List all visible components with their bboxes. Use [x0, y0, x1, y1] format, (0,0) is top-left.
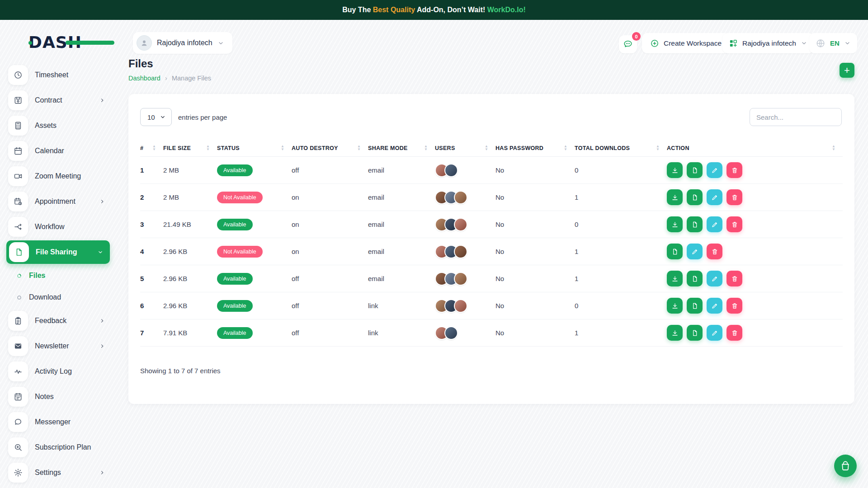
cell-auto-destroy: off — [292, 166, 368, 174]
file-copy-button[interactable] — [687, 189, 703, 205]
sidebar-item-feedback[interactable]: Feedback — [0, 308, 116, 333]
cell-action — [667, 216, 843, 232]
sidebar-item-label: Timesheet — [35, 71, 68, 79]
sidebar-item-contract[interactable]: Contract — [0, 88, 116, 113]
sidebar-item-newsletter[interactable]: Newsletter — [0, 333, 116, 359]
cell-status: Not Available — [217, 246, 292, 258]
edit-button[interactable] — [707, 298, 722, 314]
table-row: 62.96 KBAvailableofflinkNo0 — [140, 292, 843, 319]
file-copy-button[interactable] — [687, 271, 703, 286]
sidebar-item-label: Feedback — [35, 317, 66, 325]
delete-button[interactable] — [726, 216, 742, 232]
download-button[interactable] — [667, 216, 683, 232]
sidebar-item-notes[interactable]: Notes — [0, 384, 116, 409]
cell-status: Available — [217, 273, 292, 285]
edit-button[interactable] — [707, 216, 722, 232]
edit-button[interactable] — [707, 271, 722, 286]
column-header-status[interactable]: STATUS▲▼ — [217, 145, 292, 151]
workspace-menu[interactable]: Rajodiya infotech — [722, 33, 814, 53]
sidebar-item-zoom-meeting[interactable]: Zoom Meeting — [0, 164, 116, 189]
cell-action — [667, 244, 843, 259]
column-header-total-downlods[interactable]: TOTAL DOWNLODS▲▼ — [575, 145, 667, 151]
download-button[interactable] — [667, 162, 683, 178]
messages-button[interactable]: 0 — [619, 35, 637, 53]
banner-text-segment: Add-On, Don’t Wait! — [415, 6, 487, 14]
sidebar-nav: TimesheetContractAssetsCalendarZoom Meet… — [0, 62, 116, 485]
notes-icon — [8, 387, 28, 407]
delete-button[interactable] — [726, 271, 742, 286]
sort-icon: ▲▼ — [424, 145, 428, 151]
chevron-right-icon — [99, 343, 105, 349]
cell-has-password: No — [495, 329, 575, 337]
entries-per-page-select[interactable]: 10 — [140, 108, 172, 126]
file-copy-button[interactable] — [687, 162, 703, 178]
sidebar-item-calendar[interactable]: Calendar — [0, 138, 116, 164]
column-header-has-password[interactable]: HAS PASSWORD▲▼ — [495, 145, 575, 151]
sidebar-item-timesheet[interactable]: Timesheet — [0, 62, 116, 88]
gear-icon — [8, 463, 28, 483]
sidebar-item-settings[interactable]: Settings — [0, 460, 116, 485]
sidebar-item-appointment[interactable]: Appointment — [0, 189, 116, 214]
sidebar-item-assets[interactable]: Assets — [0, 113, 116, 138]
sidebar-item-label: Notes — [35, 393, 54, 401]
sidebar-item-subscription-plan[interactable]: Subscription Plan — [0, 435, 116, 460]
download-button[interactable] — [667, 298, 683, 314]
banner-link[interactable]: WorkDo.Io! — [487, 6, 526, 14]
file-copy-button[interactable] — [687, 298, 703, 314]
edit-button[interactable] — [707, 325, 722, 341]
cell-users — [435, 272, 495, 286]
avatar — [454, 191, 467, 204]
delete-button[interactable] — [726, 162, 742, 178]
sidebar-item-activity-log[interactable]: Activity Log — [0, 359, 116, 384]
column-header-users[interactable]: USERS▲▼ — [435, 145, 495, 151]
sidebar-item-messenger[interactable]: Messenger — [0, 409, 116, 435]
calculator-icon — [8, 116, 28, 136]
chat-bubble-icon — [623, 39, 633, 49]
cell-has-password: No — [495, 221, 575, 228]
sidebar-item-label: File Sharing — [36, 248, 77, 256]
create-workspace-button[interactable]: Create Workspace — [642, 33, 730, 53]
download-button[interactable] — [667, 271, 683, 286]
cell-status: Available — [217, 164, 292, 176]
file-action-icon — [691, 221, 698, 228]
cell-action — [667, 325, 843, 341]
pencil-icon — [711, 302, 718, 310]
delete-button[interactable] — [726, 298, 742, 314]
dash-logo: DASH — [28, 34, 82, 51]
column-header-[interactable]: #▲▼ — [140, 145, 163, 151]
sidebar-subitem-label: Download — [29, 293, 61, 301]
column-header-file-size[interactable]: FILE SIZE▲▼ — [163, 145, 217, 151]
file-copy-button[interactable] — [667, 244, 683, 259]
breadcrumb: Dashboard › Manage Files — [128, 74, 211, 82]
column-header-action[interactable]: ACTION▲▼ — [667, 145, 843, 151]
workspace-selector[interactable]: Rajodiya infotech — [133, 32, 232, 54]
column-header-auto-destroy[interactable]: AUTO DESTROY▲▼ — [292, 145, 368, 151]
file-copy-button[interactable] — [687, 216, 703, 232]
sort-icon: ▲▼ — [206, 145, 210, 151]
cell-users — [435, 326, 495, 340]
addon-cart-button[interactable] — [834, 455, 857, 477]
edit-button[interactable] — [707, 189, 722, 205]
search-input[interactable] — [750, 108, 842, 126]
cell-index: 1 — [140, 166, 163, 174]
edit-button[interactable] — [707, 162, 722, 178]
file-copy-button[interactable] — [687, 325, 703, 341]
sidebar-item-workflow[interactable]: Workflow — [0, 214, 116, 239]
delete-button[interactable] — [726, 325, 742, 341]
sidebar-subitem-download[interactable]: Download — [0, 286, 116, 308]
edit-button[interactable] — [687, 244, 703, 259]
row-actions — [667, 189, 843, 205]
download-button[interactable] — [667, 189, 683, 205]
sidebar-subitem-files[interactable]: Files — [0, 265, 116, 286]
cell-index: 5 — [140, 275, 163, 282]
status-badge: Available — [217, 327, 253, 339]
delete-button[interactable] — [707, 244, 722, 259]
sidebar-item-file-sharing[interactable]: File Sharing — [6, 240, 110, 264]
download-button[interactable] — [667, 325, 683, 341]
language-selector[interactable]: EN — [809, 33, 857, 53]
column-header-share-mode[interactable]: SHARE MODE▲▼ — [368, 145, 435, 151]
delete-button[interactable] — [726, 189, 742, 205]
breadcrumb-dashboard-link[interactable]: Dashboard — [128, 75, 160, 82]
create-file-button[interactable]: + — [840, 63, 854, 78]
language-label: EN — [830, 39, 840, 47]
